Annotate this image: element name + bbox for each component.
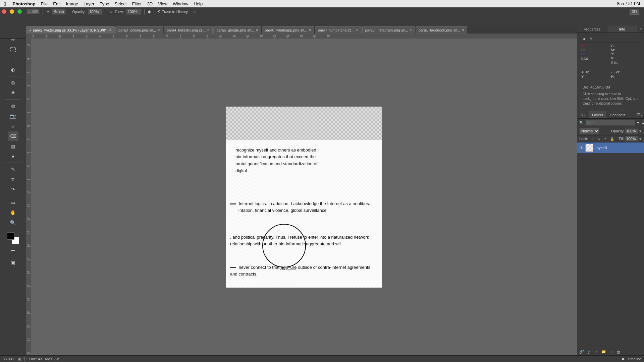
airbrush-icon[interactable]: ☆ <box>109 9 113 14</box>
menu-window[interactable]: Window <box>173 1 188 6</box>
menu-3d[interactable]: 3D <box>147 1 153 6</box>
menu-image[interactable]: Image <box>66 1 78 6</box>
lock-all[interactable]: 🔒 <box>609 136 615 141</box>
hand-tool[interactable]: ✋ <box>8 208 18 217</box>
tab-properties[interactable]: Properties <box>577 25 607 33</box>
lock-image-pixels[interactable]: ✎ <box>596 136 601 141</box>
menu-select[interactable]: Select <box>115 1 127 6</box>
menu-edit[interactable]: Edit <box>53 1 60 6</box>
tab-para8-instagram[interactable]: para8_instagram.png @... ✕ <box>362 26 415 34</box>
pen-tool[interactable]: ✎ <box>8 165 18 174</box>
clone-stamp-tool[interactable]: 📷 <box>8 111 18 121</box>
close-button[interactable] <box>2 9 6 14</box>
tab-para2-twitter[interactable]: ● para2_twitter.png @ 33.3% (Layer 0, RG… <box>26 26 115 34</box>
add-mask-button[interactable]: ○ <box>593 349 599 355</box>
layers-panel-menu-icon[interactable]: ☰ <box>637 113 640 117</box>
tab-close-icon[interactable]: ✕ <box>409 28 412 32</box>
tab-close-icon[interactable]: ✕ <box>207 28 210 32</box>
tablet-pressure-icon[interactable]: ◆ <box>148 9 151 14</box>
tab-para5-google[interactable]: para5_google.png @... ✕ <box>213 26 261 34</box>
tab-para1-facebook[interactable]: para1_facebook.png @... ✕ <box>416 26 467 34</box>
menu-layer[interactable]: Layer <box>84 1 95 6</box>
new-group-button[interactable]: 📁 <box>601 349 607 355</box>
minimize-button[interactable] <box>10 9 14 14</box>
quick-mask-button[interactable]: ▔ <box>8 248 18 257</box>
tab-close-icon[interactable]: ✕ <box>356 28 359 32</box>
layer-item[interactable]: 👁 Layer 0 <box>577 142 644 153</box>
erase-history-label: Erase to History <box>162 10 188 14</box>
link-layers-button[interactable]: 🔗 <box>579 349 585 355</box>
status-icon-screen[interactable]: ◉ <box>18 357 21 361</box>
flow-input[interactable]: 100% <box>126 9 141 15</box>
menu-filter[interactable]: Filter <box>132 1 142 6</box>
3d-mode-button[interactable]: 3D <box>630 9 639 15</box>
eraser-tool[interactable]: ⌫ <box>8 131 18 141</box>
svg-text:9: 9 <box>207 34 208 37</box>
color-swatches[interactable] <box>7 232 19 244</box>
quick-select-tool[interactable]: ◐ <box>8 65 18 74</box>
add-style-button[interactable]: ƒ <box>586 349 592 355</box>
marquee-tool[interactable] <box>8 45 18 54</box>
lasso-tool[interactable]: ⸻ <box>8 55 18 64</box>
tab-close-icon[interactable]: ✕ <box>109 28 112 32</box>
tab-info[interactable]: Info <box>607 25 638 33</box>
panel-collapse-button[interactable]: ▿ <box>637 25 644 33</box>
delete-layer-button[interactable]: 🗑 <box>615 349 622 355</box>
lock-position[interactable]: ⌖ <box>603 136 608 141</box>
tab-3d[interactable]: 3D <box>577 111 589 118</box>
eyedropper-tool[interactable]: 👁 <box>8 88 18 98</box>
prop-icon-1[interactable]: ◆ <box>581 36 587 42</box>
fill-input[interactable] <box>625 136 638 141</box>
maximize-button[interactable] <box>17 9 22 14</box>
opacity-arrow-icon[interactable]: ▼ <box>639 129 642 133</box>
type-tool[interactable]: T <box>8 175 18 184</box>
blend-mode-select[interactable]: Normal <box>579 128 599 134</box>
new-layer-button[interactable]: □ <box>608 349 614 355</box>
tab-close-icon[interactable]: ✕ <box>309 28 311 32</box>
erase-to-history-button[interactable]: ⟲ Erase to History <box>157 9 188 14</box>
tab-channels[interactable]: Channels <box>606 111 629 118</box>
history-brush-icon[interactable]: ☼ <box>193 9 197 14</box>
canvas-area[interactable]: recognize myself and others as embodiedb… <box>31 39 577 355</box>
layers-search-input[interactable] <box>585 120 635 126</box>
tab-close-icon[interactable]: ✕ <box>157 28 160 32</box>
crop-tool[interactable]: ⧉ <box>8 78 18 87</box>
foreground-color-swatch[interactable] <box>7 232 14 240</box>
tab-para7-tumblr[interactable]: para7_tumblr.png @... ✕ <box>315 26 362 34</box>
path-select-tool[interactable]: ↷ <box>8 185 18 194</box>
tab-para6-whatsapp[interactable]: para6_whatsapp.png @... ✕ <box>262 26 314 34</box>
new-group-icon[interactable]: ⚙ <box>641 120 644 126</box>
healing-brush-tool[interactable]: ◍ <box>8 101 18 111</box>
tab-close-icon[interactable]: ✕ <box>462 28 464 32</box>
menu-file[interactable]: File <box>41 1 48 6</box>
status-icon-info[interactable]: ⓘ <box>22 356 26 362</box>
layers-panel-collapse-icon[interactable]: ▿ <box>641 113 643 117</box>
tab-layers[interactable]: Layers <box>589 111 606 118</box>
menu-photoshop[interactable]: Photoshop <box>12 1 35 6</box>
opacity-input-layers[interactable] <box>625 128 638 134</box>
opacity-input[interactable]: 100% <box>88 9 103 15</box>
prop-icon-2[interactable]: ✎ <box>588 36 594 42</box>
apple-menu[interactable]:  <box>4 1 6 7</box>
history-brush-tool[interactable]: ☼ <box>8 121 18 131</box>
shape-tool[interactable]: ▭ <box>8 198 18 207</box>
tab-close-icon[interactable]: ✕ <box>256 28 258 32</box>
lock-transparent-pixels[interactable]: ▫ <box>589 136 595 141</box>
menu-view[interactable]: View <box>158 1 167 6</box>
zoom-tool[interactable]: 🔍 <box>8 218 18 227</box>
menu-help[interactable]: Help <box>194 1 203 6</box>
screen-mode-button[interactable]: ▣ <box>8 258 18 267</box>
brush-options-icon[interactable]: ⚬ <box>46 9 50 14</box>
tab-para3-iphone[interactable]: para3_iphone.png @... ✕ <box>115 26 163 34</box>
layer-visibility-toggle[interactable]: 👁 <box>579 145 584 150</box>
dodge-tool[interactable]: ● <box>8 152 18 161</box>
canvas-content[interactable]: recognize myself and others as embodiedb… <box>226 107 382 288</box>
filter-icon[interactable]: ▼ <box>636 120 640 126</box>
gradient-tool[interactable]: ▤ <box>8 141 18 151</box>
text-content-4: never connect to that agu–ure outside of… <box>230 265 370 277</box>
menu-type[interactable]: Type <box>100 1 109 6</box>
timeline-nav-button[interactable]: ▶ <box>622 357 625 361</box>
tab-para4-linkedin[interactable]: para4_linkedin.png @... ✕ <box>164 26 213 34</box>
document-canvas[interactable]: recognize myself and others as embodiedb… <box>226 107 382 288</box>
fill-arrow-icon[interactable]: ▼ <box>639 137 642 141</box>
